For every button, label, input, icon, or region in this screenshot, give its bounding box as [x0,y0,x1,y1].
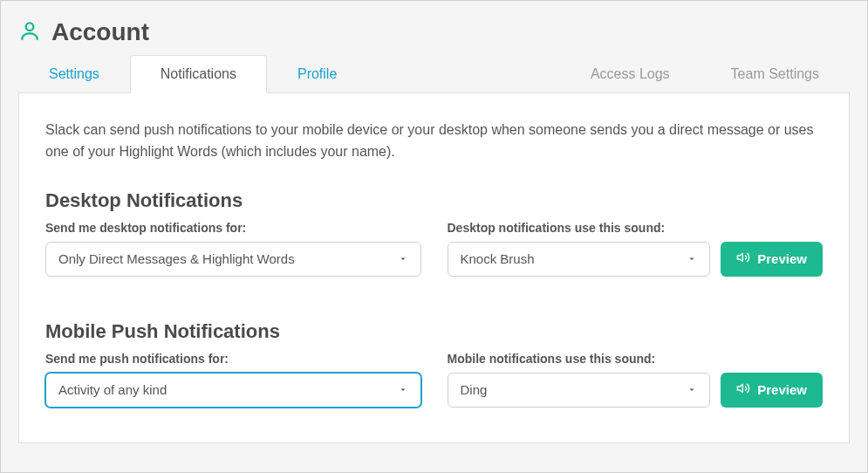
chevron-down-icon [687,251,697,266]
desktop-sound-value: Knock Brush [461,251,535,266]
sound-icon [736,250,750,267]
chevron-down-icon [687,382,697,397]
mobile-for-label: Send me push notifications for: [45,352,421,366]
mobile-sound-label: Mobile notifications use this sound: [448,352,711,366]
desktop-sound-label: Desktop notifications use this sound: [448,221,711,235]
page-title: Account [51,18,149,46]
desktop-for-label: Send me desktop notifications for: [45,221,421,235]
mobile-preview-button[interactable]: Preview [721,373,823,408]
svg-marker-1 [738,253,743,261]
mobile-heading: Mobile Push Notifications [45,320,823,343]
intro-text: Slack can send push notifications to you… [45,120,823,163]
user-icon [18,19,41,45]
mobile-sound-value: Ding [461,382,488,397]
svg-point-0 [26,23,34,31]
chevron-down-icon [398,382,408,397]
desktop-preview-button[interactable]: Preview [721,242,823,277]
desktop-heading: Desktop Notifications [45,189,823,212]
preview-label: Preview [757,382,807,397]
tab-team-settings[interactable]: Team Settings [701,55,850,93]
tab-profile[interactable]: Profile [267,55,367,93]
desktop-for-select[interactable]: Only Direct Messages & Highlight Words [45,242,421,277]
preview-label: Preview [757,251,807,266]
svg-marker-2 [738,384,743,392]
mobile-sound-select[interactable]: Ding [448,373,711,408]
tab-settings[interactable]: Settings [18,55,130,93]
tab-notifications[interactable]: Notifications [130,55,267,93]
desktop-sound-select[interactable]: Knock Brush [448,242,711,277]
chevron-down-icon [398,251,408,266]
mobile-for-select[interactable]: Activity of any kind [45,373,421,408]
tabs: Settings Notifications Profile Access Lo… [1,55,867,93]
tab-access-logs[interactable]: Access Logs [560,55,701,93]
sound-icon [736,381,750,398]
mobile-for-value: Activity of any kind [58,382,167,397]
desktop-for-value: Only Direct Messages & Highlight Words [58,251,295,266]
